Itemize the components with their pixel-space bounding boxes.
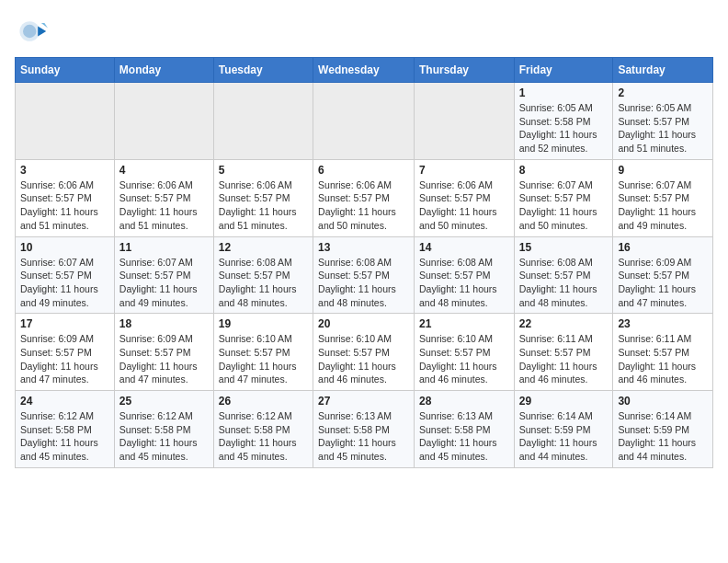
day-number: 20 bbox=[318, 317, 409, 330]
calendar-cell: 29Sunrise: 6:14 AM Sunset: 5:59 PM Dayli… bbox=[514, 391, 613, 468]
weekday-header-monday: Monday bbox=[114, 58, 213, 83]
day-info: Sunrise: 6:12 AM Sunset: 5:58 PM Dayligh… bbox=[219, 409, 308, 464]
day-number: 28 bbox=[419, 395, 509, 408]
day-info: Sunrise: 6:13 AM Sunset: 5:58 PM Dayligh… bbox=[318, 409, 409, 464]
calendar-cell: 28Sunrise: 6:13 AM Sunset: 5:58 PM Dayli… bbox=[414, 391, 514, 468]
calendar-cell: 9Sunrise: 6:07 AM Sunset: 5:57 PM Daylig… bbox=[613, 159, 713, 236]
day-number: 1 bbox=[519, 86, 609, 99]
day-number: 9 bbox=[618, 164, 708, 177]
day-number: 14 bbox=[419, 241, 509, 254]
day-number: 21 bbox=[419, 317, 509, 330]
calendar-cell: 1Sunrise: 6:05 AM Sunset: 5:58 PM Daylig… bbox=[514, 83, 613, 160]
calendar-cell: 13Sunrise: 6:08 AM Sunset: 5:57 PM Dayli… bbox=[313, 236, 415, 314]
day-info: Sunrise: 6:13 AM Sunset: 5:58 PM Dayligh… bbox=[419, 409, 509, 464]
day-number: 30 bbox=[618, 395, 708, 408]
day-number: 8 bbox=[519, 164, 609, 177]
day-info: Sunrise: 6:12 AM Sunset: 5:58 PM Dayligh… bbox=[119, 409, 209, 464]
day-number: 26 bbox=[219, 395, 308, 408]
calendar-cell bbox=[313, 83, 415, 160]
day-info: Sunrise: 6:10 AM Sunset: 5:57 PM Dayligh… bbox=[419, 332, 509, 386]
calendar-cell: 17Sunrise: 6:09 AM Sunset: 5:57 PM Dayli… bbox=[16, 314, 115, 391]
day-number: 7 bbox=[419, 164, 509, 177]
day-info: Sunrise: 6:06 AM Sunset: 5:57 PM Dayligh… bbox=[419, 178, 509, 233]
day-number: 2 bbox=[618, 86, 708, 99]
calendar-cell: 5Sunrise: 6:06 AM Sunset: 5:57 PM Daylig… bbox=[213, 159, 313, 236]
day-info: Sunrise: 6:06 AM Sunset: 5:57 PM Dayligh… bbox=[318, 178, 409, 233]
calendar-week-2: 3Sunrise: 6:06 AM Sunset: 5:57 PM Daylig… bbox=[16, 159, 713, 236]
svg-marker-2 bbox=[38, 27, 46, 37]
day-number: 6 bbox=[318, 164, 409, 177]
weekday-header-thursday: Thursday bbox=[414, 58, 514, 83]
day-info: Sunrise: 6:08 AM Sunset: 5:57 PM Dayligh… bbox=[219, 256, 308, 310]
day-info: Sunrise: 6:11 AM Sunset: 5:57 PM Dayligh… bbox=[519, 332, 609, 386]
day-number: 18 bbox=[119, 317, 209, 330]
calendar-cell: 20Sunrise: 6:10 AM Sunset: 5:57 PM Dayli… bbox=[313, 314, 415, 391]
day-info: Sunrise: 6:08 AM Sunset: 5:57 PM Dayligh… bbox=[318, 256, 409, 310]
day-info: Sunrise: 6:09 AM Sunset: 5:57 PM Dayligh… bbox=[20, 332, 109, 386]
calendar-cell: 2Sunrise: 6:05 AM Sunset: 5:57 PM Daylig… bbox=[613, 83, 713, 160]
day-info: Sunrise: 6:14 AM Sunset: 5:59 PM Dayligh… bbox=[618, 409, 708, 464]
day-info: Sunrise: 6:09 AM Sunset: 5:57 PM Dayligh… bbox=[618, 256, 708, 310]
calendar-week-1: 1Sunrise: 6:05 AM Sunset: 5:58 PM Daylig… bbox=[16, 83, 713, 160]
calendar-week-3: 10Sunrise: 6:07 AM Sunset: 5:57 PM Dayli… bbox=[16, 236, 713, 314]
weekday-header-wednesday: Wednesday bbox=[313, 58, 415, 83]
calendar-cell: 11Sunrise: 6:07 AM Sunset: 5:57 PM Dayli… bbox=[114, 236, 213, 314]
day-number: 15 bbox=[519, 241, 609, 254]
calendar-cell bbox=[16, 83, 115, 160]
calendar-cell: 23Sunrise: 6:11 AM Sunset: 5:57 PM Dayli… bbox=[613, 314, 713, 391]
weekday-header-friday: Friday bbox=[514, 58, 613, 83]
calendar-week-4: 17Sunrise: 6:09 AM Sunset: 5:57 PM Dayli… bbox=[16, 314, 713, 391]
day-info: Sunrise: 6:12 AM Sunset: 5:58 PM Dayligh… bbox=[20, 409, 109, 464]
calendar-cell: 19Sunrise: 6:10 AM Sunset: 5:57 PM Dayli… bbox=[213, 314, 313, 391]
day-number: 24 bbox=[20, 395, 109, 408]
day-info: Sunrise: 6:05 AM Sunset: 5:58 PM Dayligh… bbox=[519, 101, 609, 155]
logo bbox=[15, 15, 53, 48]
day-number: 12 bbox=[219, 241, 308, 254]
day-info: Sunrise: 6:08 AM Sunset: 5:57 PM Dayligh… bbox=[519, 256, 609, 310]
day-number: 10 bbox=[20, 241, 109, 254]
day-number: 29 bbox=[519, 395, 609, 408]
calendar-cell: 6Sunrise: 6:06 AM Sunset: 5:57 PM Daylig… bbox=[313, 159, 415, 236]
calendar-cell: 10Sunrise: 6:07 AM Sunset: 5:57 PM Dayli… bbox=[16, 236, 115, 314]
day-number: 27 bbox=[318, 395, 409, 408]
weekday-header-saturday: Saturday bbox=[613, 58, 713, 83]
day-number: 19 bbox=[219, 317, 308, 330]
calendar-cell bbox=[114, 83, 213, 160]
day-number: 5 bbox=[219, 164, 308, 177]
calendar-cell: 26Sunrise: 6:12 AM Sunset: 5:58 PM Dayli… bbox=[213, 391, 313, 468]
day-info: Sunrise: 6:09 AM Sunset: 5:57 PM Dayligh… bbox=[119, 332, 209, 386]
day-info: Sunrise: 6:10 AM Sunset: 5:57 PM Dayligh… bbox=[219, 332, 308, 386]
day-number: 13 bbox=[318, 241, 409, 254]
day-number: 25 bbox=[119, 395, 209, 408]
day-number: 4 bbox=[119, 164, 209, 177]
day-info: Sunrise: 6:14 AM Sunset: 5:59 PM Dayligh… bbox=[519, 409, 609, 464]
weekday-header-sunday: Sunday bbox=[16, 58, 115, 83]
day-number: 23 bbox=[618, 317, 708, 330]
calendar-cell: 7Sunrise: 6:06 AM Sunset: 5:57 PM Daylig… bbox=[414, 159, 514, 236]
calendar-cell: 18Sunrise: 6:09 AM Sunset: 5:57 PM Dayli… bbox=[114, 314, 213, 391]
calendar-cell: 22Sunrise: 6:11 AM Sunset: 5:57 PM Dayli… bbox=[514, 314, 613, 391]
day-number: 17 bbox=[20, 317, 109, 330]
day-info: Sunrise: 6:07 AM Sunset: 5:57 PM Dayligh… bbox=[20, 256, 109, 310]
calendar-cell bbox=[414, 83, 514, 160]
day-info: Sunrise: 6:06 AM Sunset: 5:57 PM Dayligh… bbox=[119, 178, 209, 233]
day-number: 11 bbox=[119, 241, 209, 254]
day-info: Sunrise: 6:11 AM Sunset: 5:57 PM Dayligh… bbox=[618, 332, 708, 386]
calendar-cell: 3Sunrise: 6:06 AM Sunset: 5:57 PM Daylig… bbox=[16, 159, 115, 236]
calendar-cell: 4Sunrise: 6:06 AM Sunset: 5:57 PM Daylig… bbox=[114, 159, 213, 236]
calendar-week-5: 24Sunrise: 6:12 AM Sunset: 5:58 PM Dayli… bbox=[16, 391, 713, 468]
calendar-cell: 25Sunrise: 6:12 AM Sunset: 5:58 PM Dayli… bbox=[114, 391, 213, 468]
calendar-cell: 8Sunrise: 6:07 AM Sunset: 5:57 PM Daylig… bbox=[514, 159, 613, 236]
day-info: Sunrise: 6:10 AM Sunset: 5:57 PM Dayligh… bbox=[318, 332, 409, 386]
calendar-cell: 24Sunrise: 6:12 AM Sunset: 5:58 PM Dayli… bbox=[16, 391, 115, 468]
page-header bbox=[15, 15, 713, 48]
day-info: Sunrise: 6:08 AM Sunset: 5:57 PM Dayligh… bbox=[419, 256, 509, 310]
day-number: 3 bbox=[20, 164, 109, 177]
calendar-cell: 12Sunrise: 6:08 AM Sunset: 5:57 PM Dayli… bbox=[213, 236, 313, 314]
calendar-cell: 16Sunrise: 6:09 AM Sunset: 5:57 PM Dayli… bbox=[613, 236, 713, 314]
day-info: Sunrise: 6:07 AM Sunset: 5:57 PM Dayligh… bbox=[519, 178, 609, 233]
svg-point-1 bbox=[23, 25, 36, 38]
logo-icon bbox=[15, 15, 48, 48]
calendar-cell: 15Sunrise: 6:08 AM Sunset: 5:57 PM Dayli… bbox=[514, 236, 613, 314]
calendar-cell: 21Sunrise: 6:10 AM Sunset: 5:57 PM Dayli… bbox=[414, 314, 514, 391]
